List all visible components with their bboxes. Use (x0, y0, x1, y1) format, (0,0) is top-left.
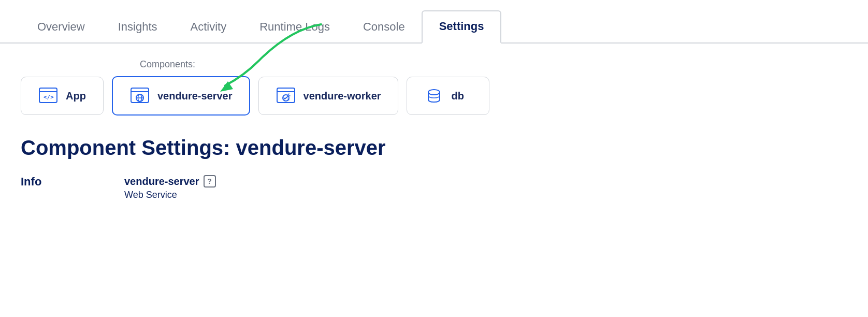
tab-settings[interactable]: Settings (422, 10, 502, 44)
component-card-vendure-server-label: vendure-server (157, 90, 233, 102)
component-card-vendure-server[interactable]: vendure-server (112, 76, 250, 116)
main-content: Components: </> App (0, 44, 868, 216)
tab-overview[interactable]: Overview (21, 12, 102, 44)
globe-icon (129, 87, 150, 105)
component-card-app[interactable]: </> App (21, 77, 104, 115)
help-icon[interactable]: ? (204, 175, 216, 188)
info-type: Web Service (124, 190, 216, 200)
component-card-vendure-worker[interactable]: vendure-worker (258, 77, 398, 115)
tab-console[interactable]: Console (346, 12, 422, 44)
component-card-db[interactable]: db (407, 77, 489, 115)
component-card-db-label: db (452, 90, 464, 102)
worker-icon (276, 87, 296, 105)
svg-point-12 (428, 90, 440, 95)
section-heading: Component Settings: vendure-server (21, 136, 847, 160)
component-card-vendure-worker-label: vendure-worker (303, 90, 381, 102)
info-name-row: vendure-server ? (124, 175, 216, 188)
svg-rect-4 (131, 88, 149, 103)
components-row: </> App vendure-server (21, 76, 847, 116)
tab-bar: Overview Insights Activity Runtime Logs … (0, 0, 868, 44)
tab-activity[interactable]: Activity (174, 12, 243, 44)
info-details: vendure-server ? Web Service (124, 175, 216, 200)
info-section: Info vendure-server ? Web Service (21, 175, 847, 200)
tab-runtime-logs[interactable]: Runtime Logs (243, 12, 346, 44)
svg-text:</>: </> (44, 94, 54, 100)
info-name: vendure-server (124, 176, 199, 188)
code-icon: </> (38, 87, 59, 105)
components-label: Components: (140, 59, 847, 70)
tab-insights[interactable]: Insights (102, 12, 174, 44)
component-card-app-label: App (66, 90, 86, 102)
db-icon (424, 87, 444, 105)
info-label: Info (21, 175, 104, 189)
